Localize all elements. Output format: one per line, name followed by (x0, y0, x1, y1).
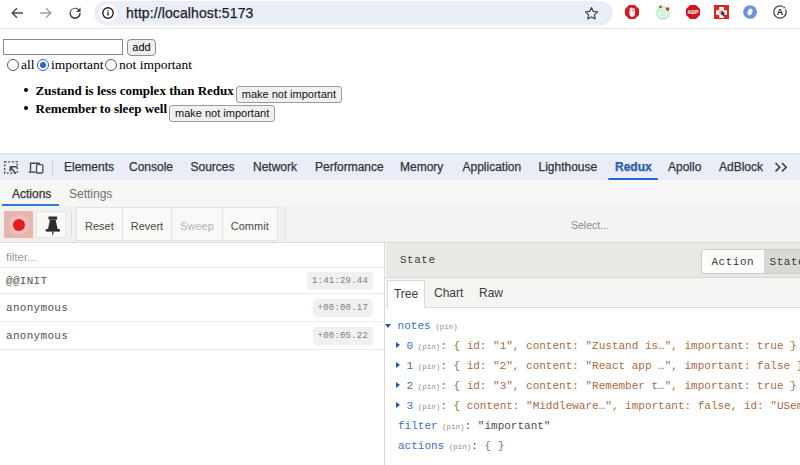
svg-text:A: A (777, 7, 784, 17)
svg-text:ABP: ABP (688, 9, 699, 15)
